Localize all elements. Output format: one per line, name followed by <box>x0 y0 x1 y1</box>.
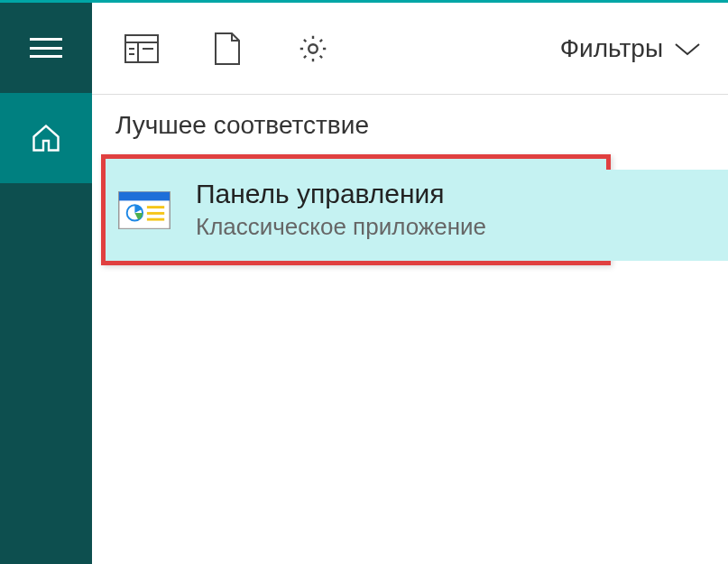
result-subtitle: Классическое приложение <box>196 213 486 241</box>
svg-rect-12 <box>147 217 164 220</box>
hamburger-menu-button[interactable] <box>0 3 92 93</box>
svg-rect-11 <box>147 211 164 214</box>
sidebar <box>0 3 92 564</box>
settings-button[interactable] <box>281 22 345 76</box>
home-button[interactable] <box>0 93 92 183</box>
result-text: Панель управления Классическое приложени… <box>196 179 486 241</box>
main-panel: Фильтры Лучшее соответствие <box>92 3 728 564</box>
results-content: Лучшее соответствие Панель уп <box>92 95 728 564</box>
apps-button[interactable] <box>110 22 173 76</box>
home-icon <box>30 122 62 154</box>
apps-icon <box>124 34 159 63</box>
filters-label: Фильтры <box>560 34 663 63</box>
svg-rect-8 <box>119 191 170 200</box>
result-title: Панель управления <box>196 179 486 209</box>
hamburger-icon <box>30 38 62 58</box>
section-header: Лучшее соответствие <box>92 111 728 154</box>
result-item-control-panel[interactable]: Панель управления Классическое приложени… <box>101 154 611 265</box>
chevron-down-icon <box>674 41 701 57</box>
document-icon <box>214 32 241 66</box>
documents-button[interactable] <box>196 22 259 76</box>
filters-dropdown[interactable]: Фильтры <box>560 34 710 63</box>
svg-rect-10 <box>147 206 164 208</box>
control-panel-icon <box>118 191 170 229</box>
gear-icon <box>297 32 329 65</box>
svg-point-6 <box>309 44 318 53</box>
toolbar: Фильтры <box>92 3 728 95</box>
